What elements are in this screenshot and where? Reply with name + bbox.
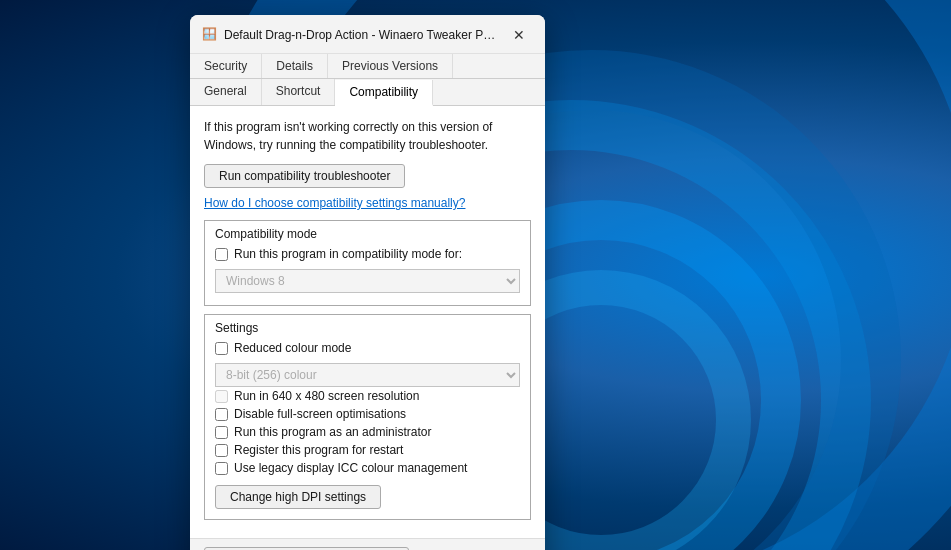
title-bar: 🪟 Default Drag-n-Drop Action - Winaero T… xyxy=(190,15,545,54)
settings-label: Settings xyxy=(215,321,520,335)
tab-details[interactable]: Details xyxy=(262,54,328,78)
legacy-icc-checkbox[interactable] xyxy=(215,462,228,475)
run-admin-row: Run this program as an administrator xyxy=(215,425,520,439)
register-restart-label: Register this program for restart xyxy=(234,443,403,457)
reduced-colour-label: Reduced colour mode xyxy=(234,341,351,355)
change-high-dpi-button[interactable]: Change high DPI settings xyxy=(215,485,381,509)
settings-section: Settings Reduced colour mode 8-bit (256)… xyxy=(204,314,531,520)
compatibility-mode-checkbox[interactable] xyxy=(215,248,228,261)
run-admin-checkbox[interactable] xyxy=(215,426,228,439)
tab-previous-versions[interactable]: Previous Versions xyxy=(328,54,453,78)
reduced-colour-checkbox[interactable] xyxy=(215,342,228,355)
compatibility-mode-checkbox-row: Run this program in compatibility mode f… xyxy=(215,247,520,261)
tab-compatibility[interactable]: Compatibility xyxy=(335,80,433,106)
dialog-title: Default Drag-n-Drop Action - Winaero Twe… xyxy=(224,28,499,42)
run-admin-label: Run this program as an administrator xyxy=(234,425,431,439)
disable-fullscreen-checkbox[interactable] xyxy=(215,408,228,421)
run-640-checkbox[interactable] xyxy=(215,390,228,403)
compatibility-mode-section: Compatibility mode Run this program in c… xyxy=(204,220,531,306)
run-640-row: Run in 640 x 480 screen resolution xyxy=(215,389,520,403)
tabs-row-1: Security Details Previous Versions xyxy=(190,54,545,79)
app-icon: 🪟 xyxy=(202,27,218,43)
disable-fullscreen-row: Disable full-screen optimisations xyxy=(215,407,520,421)
compatibility-mode-checkbox-label: Run this program in compatibility mode f… xyxy=(234,247,462,261)
tab-content-compatibility: If this program isn't working correctly … xyxy=(190,106,545,538)
register-restart-row: Register this program for restart xyxy=(215,443,520,457)
reduced-colour-row: Reduced colour mode xyxy=(215,341,520,355)
tab-shortcut[interactable]: Shortcut xyxy=(262,79,336,105)
properties-dialog: 🪟 Default Drag-n-Drop Action - Winaero T… xyxy=(190,15,545,550)
tabs-row-2: General Shortcut Compatibility xyxy=(190,79,545,106)
close-button[interactable]: ✕ xyxy=(505,23,533,47)
windows-version-dropdown[interactable]: Windows 8 Windows 7 Windows Vista Window… xyxy=(215,269,520,293)
colour-depth-dropdown[interactable]: 8-bit (256) colour 16-bit colour xyxy=(215,363,520,387)
run-640-label: Run in 640 x 480 screen resolution xyxy=(234,389,419,403)
register-restart-checkbox[interactable] xyxy=(215,444,228,457)
legacy-icc-row: Use legacy display ICC colour management xyxy=(215,461,520,475)
legacy-icc-label: Use legacy display ICC colour management xyxy=(234,461,467,475)
tab-general[interactable]: General xyxy=(190,79,262,105)
disable-fullscreen-label: Disable full-screen optimisations xyxy=(234,407,406,421)
intro-text: If this program isn't working correctly … xyxy=(204,118,531,154)
compatibility-mode-label: Compatibility mode xyxy=(215,227,520,241)
choose-settings-link[interactable]: How do I choose compatibility settings m… xyxy=(204,196,531,210)
run-troubleshooter-button[interactable]: Run compatibility troubleshooter xyxy=(204,164,405,188)
bottom-bar: 🛡️ Change settings for all users xyxy=(190,538,545,550)
tab-security[interactable]: Security xyxy=(190,54,262,78)
